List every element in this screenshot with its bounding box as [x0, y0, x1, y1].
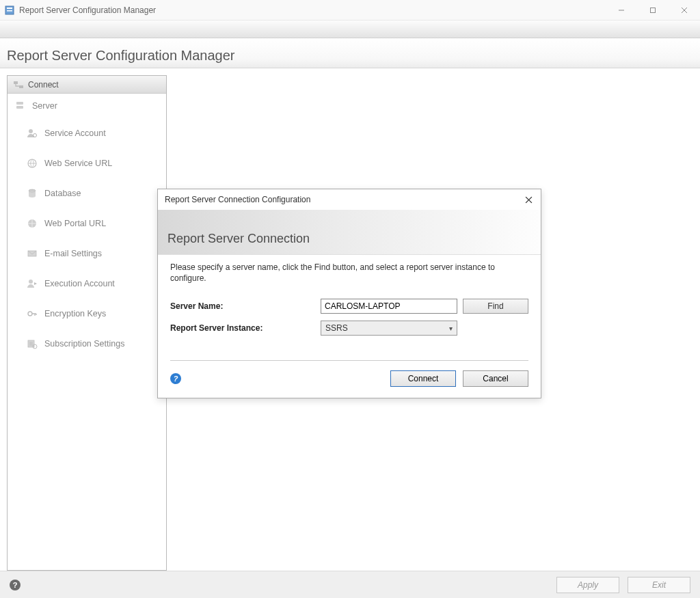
dialog-body: Please specify a server name, click the …: [158, 255, 541, 370]
minimize-button[interactable]: [606, 0, 637, 21]
svg-point-18: [29, 280, 33, 284]
maximize-button[interactable]: [637, 0, 669, 21]
dialog-footer: ? Connect Cancel: [158, 370, 541, 398]
exit-button[interactable]: Exit: [628, 577, 690, 593]
svg-rect-1: [7, 8, 12, 9]
apply-button[interactable]: Apply: [556, 577, 619, 593]
sidebar-connect-label: Connect: [28, 80, 59, 90]
server-name-input[interactable]: [321, 299, 457, 314]
sidebar-item-database[interactable]: Database: [8, 178, 166, 208]
instance-label: Report Server Instance:: [170, 323, 321, 333]
dialog-header: Report Server Connection: [158, 210, 541, 255]
server-name-row: Server Name: Find: [170, 299, 528, 314]
sidebar-item-label: E-mail Settings: [44, 249, 102, 258]
svg-point-19: [28, 312, 32, 316]
sidebar-item-server[interactable]: Server: [8, 94, 166, 118]
user-gear-icon: [27, 128, 38, 139]
sidebar-item-label: Subscription Settings: [44, 339, 124, 349]
svg-rect-9: [16, 102, 23, 105]
svg-rect-7: [14, 81, 18, 84]
find-button[interactable]: Find: [463, 299, 528, 314]
cancel-button[interactable]: Cancel: [463, 370, 528, 387]
dialog-title: Report Server Connection Configuration: [165, 195, 310, 204]
page-title: Report Server Configuration Manager: [7, 48, 693, 64]
server-name-label: Server Name:: [170, 301, 321, 311]
sidebar-item-encryption-keys[interactable]: Encryption Keys: [8, 299, 166, 329]
connect-button[interactable]: Connect: [390, 370, 456, 387]
sidebar-item-label: Web Portal URL: [44, 219, 106, 228]
instance-row: Report Server Instance: SSRS: [170, 321, 528, 336]
instance-selected-value: SSRS: [325, 323, 348, 333]
sidebar-item-label: Database: [44, 189, 81, 198]
connection-dialog: Report Server Connection Configuration R…: [157, 189, 541, 398]
sidebar-item-email-settings[interactable]: E-mail Settings: [8, 239, 166, 269]
sidebar-item-execution-account[interactable]: Execution Account: [8, 269, 166, 299]
svg-rect-8: [19, 85, 23, 88]
sidebar: Connect Server Service Account Web Servi…: [7, 75, 167, 571]
svg-point-11: [29, 129, 33, 133]
sidebar-item-label: Server: [32, 101, 57, 111]
dialog-close-button[interactable]: [523, 194, 534, 205]
svg-rect-2: [7, 10, 12, 12]
dialog-divider: [170, 360, 528, 361]
dialog-heading: Report Server Connection: [167, 232, 531, 246]
sidebar-item-web-portal-url[interactable]: Web Portal URL: [8, 208, 166, 239]
sidebar-item-label: Service Account: [44, 128, 106, 138]
page-header: Report Server Configuration Manager: [0, 38, 700, 68]
database-icon: [27, 188, 38, 199]
sidebar-connect[interactable]: Connect: [8, 76, 166, 94]
window-title: Report Server Configuration Manager: [19, 5, 156, 15]
key-icon: [27, 308, 38, 319]
dialog-titlebar: Report Server Connection Configuration: [158, 189, 541, 210]
server-icon: [14, 100, 25, 111]
mail-icon: [27, 248, 38, 259]
svg-rect-4: [651, 8, 656, 12]
account-run-icon: [27, 278, 38, 289]
dialog-instructions: Please specify a server name, click the …: [170, 262, 528, 284]
sidebar-item-label: Encryption Keys: [44, 309, 106, 318]
connect-icon: [13, 79, 24, 90]
sidebar-item-label: Execution Account: [44, 279, 115, 288]
titlebar: Report Server Configuration Manager: [0, 0, 700, 21]
sidebar-item-label: Web Service URL: [44, 159, 112, 168]
sidebar-item-web-service-url[interactable]: Web Service URL: [8, 148, 166, 178]
window-controls: [606, 0, 700, 21]
app-icon: [4, 5, 15, 16]
ribbon-spacer: [0, 21, 700, 38]
app-window: Report Server Configuration Manager Repo…: [0, 0, 700, 598]
svg-point-12: [33, 134, 37, 137]
globe-link-icon: [27, 158, 38, 169]
subscription-icon: [27, 338, 38, 349]
svg-rect-10: [16, 106, 23, 109]
close-button[interactable]: [669, 0, 700, 21]
dialog-help-icon[interactable]: ?: [170, 373, 181, 384]
sidebar-item-subscription-settings[interactable]: Subscription Settings: [8, 329, 166, 359]
sidebar-item-service-account[interactable]: Service Account: [8, 118, 166, 148]
globe-icon: [27, 218, 38, 229]
help-icon[interactable]: ?: [10, 580, 21, 590]
status-footer: ? Apply Exit: [0, 571, 700, 598]
instance-select[interactable]: SSRS: [321, 321, 457, 336]
